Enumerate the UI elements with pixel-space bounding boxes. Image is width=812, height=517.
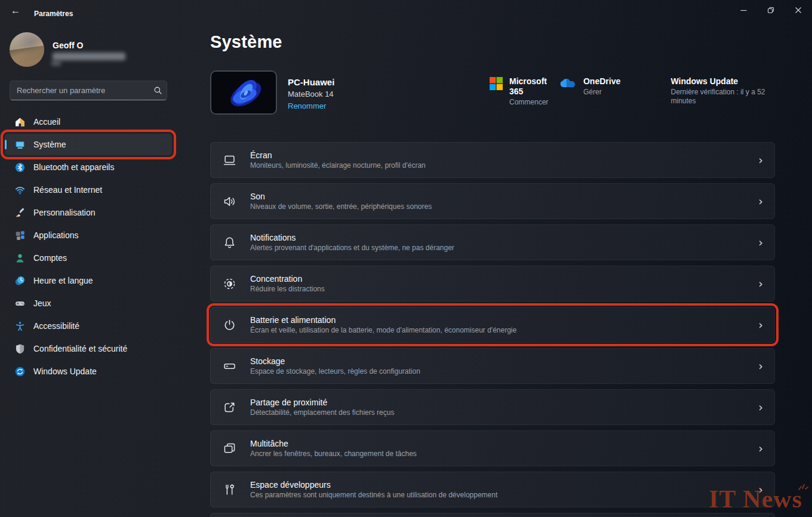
- home-icon: [14, 116, 25, 127]
- back-arrow-icon: ←: [11, 5, 20, 16]
- settings-row-partial[interactable]: [210, 513, 775, 517]
- sidebar-item[interactable]: Réseau et Internet: [5, 179, 172, 201]
- settings-row-subtitle: Niveaux de volume, sortie, entrée, périp…: [250, 202, 747, 211]
- bluetooth-icon: [14, 162, 25, 173]
- time-language-icon: [14, 275, 25, 286]
- sidebar-item[interactable]: Personnalisation: [5, 202, 172, 223]
- sidebar-item[interactable]: Jeux: [5, 293, 172, 314]
- settings-row-title: Écran: [250, 150, 747, 161]
- settings-row[interactable]: Son Niveaux de volume, sortie, entrée, p…: [210, 183, 775, 219]
- sidebar-item[interactable]: Accessibilité: [5, 315, 172, 337]
- quick-links: Microsoft 365 Commencer OneDrive Gérer W…: [490, 76, 775, 107]
- power-icon: [222, 317, 237, 333]
- window-controls: [730, 0, 812, 20]
- settings-row-title: Concentration: [250, 273, 747, 284]
- partial-next-row: [210, 513, 775, 517]
- close-icon: [795, 7, 802, 14]
- settings-row-title: Stockage: [250, 356, 747, 367]
- main-content: Système PC-Huawei MateBook 14 Renommer M…: [210, 21, 775, 517]
- sidebar-item-label: Réseau et Internet: [33, 185, 102, 195]
- sidebar-item[interactable]: Windows Update: [5, 361, 172, 382]
- sidebar-item-label: Heure et langue: [33, 276, 93, 285]
- chevron-right-icon: ›: [747, 153, 774, 167]
- sidebar-item[interactable]: Accueil: [5, 111, 172, 133]
- onedrive-icon: [559, 77, 577, 91]
- avatar[interactable]: [10, 32, 44, 67]
- quick-link-subtitle: Dernière vérification : il y a 52 minute…: [670, 88, 775, 106]
- focus-icon: [222, 276, 237, 291]
- multitasking-icon: [222, 441, 237, 456]
- windows-update-icon: [14, 366, 25, 377]
- settings-row[interactable]: Multitâche Ancrer les fenêtres, bureaux,…: [210, 430, 775, 466]
- settings-row-title: Notifications: [250, 232, 747, 243]
- sidebar-item[interactable]: Confidentialité et sécurité: [5, 338, 172, 359]
- sidebar-item-label: Confidentialité et sécurité: [33, 344, 127, 353]
- search-icon[interactable]: [149, 86, 167, 95]
- sidebar-item[interactable]: Heure et langue: [5, 270, 172, 291]
- user-email-redacted-fragment: [51, 61, 61, 66]
- device-model: MateBook 14: [288, 90, 334, 99]
- notifications-icon: [222, 235, 237, 250]
- settings-row-subtitle: Détectabilité, emplacement des fichiers …: [250, 408, 747, 417]
- back-button[interactable]: ←: [6, 2, 25, 19]
- chevron-right-icon: ›: [747, 277, 774, 290]
- quick-link-title: Microsoft 365: [509, 76, 559, 97]
- app-title: Paramètres: [34, 10, 73, 18]
- personalization-icon: [14, 207, 25, 218]
- network-icon: [14, 184, 25, 195]
- close-button[interactable]: [785, 0, 812, 20]
- settings-row-subtitle: Ces paramètres sont uniquement destinés …: [250, 491, 747, 500]
- settings-row[interactable]: Stockage Espace de stockage, lecteurs, r…: [210, 348, 775, 384]
- sidebar-item[interactable]: Bluetooth et appareils: [5, 156, 172, 178]
- quick-link[interactable]: OneDrive Gérer: [559, 76, 665, 107]
- gaming-icon: [14, 298, 25, 309]
- titlebar: ← Paramètres: [0, 0, 812, 21]
- settings-row-subtitle: Espace de stockage, lecteurs, règles de …: [250, 367, 747, 376]
- sparkle-icon: [796, 480, 810, 493]
- rename-link[interactable]: Renommer: [288, 101, 326, 110]
- settings-row[interactable]: Concentration Réduire les distractions ›: [210, 266, 775, 301]
- settings-row[interactable]: Partage de proximité Détectabilité, empl…: [210, 389, 775, 425]
- apps-icon: [14, 230, 25, 241]
- privacy-icon: [14, 343, 25, 354]
- quick-link[interactable]: Microsoft 365 Commencer: [490, 76, 559, 107]
- sidebar-item[interactable]: Applications: [5, 224, 172, 246]
- settings-row[interactable]: Batterie et alimentation Écran et veille…: [210, 307, 775, 343]
- sidebar-item-label: Bluetooth et appareils: [33, 162, 114, 172]
- settings-row-title: Multitâche: [250, 438, 747, 449]
- display-icon: [222, 152, 237, 168]
- quick-link-title: Windows Update: [670, 76, 775, 87]
- settings-row[interactable]: Espace développeurs Ces paramètres sont …: [210, 472, 775, 507]
- quick-link-title: OneDrive: [583, 76, 620, 87]
- settings-row-subtitle: Ancrer les fenêtres, bureaux, changement…: [250, 450, 747, 458]
- sidebar-nav: Accueil Système Bluetooth et appareils R…: [5, 111, 172, 383]
- sidebar-item-label: Accueil: [33, 117, 60, 127]
- settings-row-subtitle: Moniteurs, luminosité, éclairage nocturn…: [250, 161, 747, 170]
- settings-row[interactable]: Écran Moniteurs, luminosité, éclairage n…: [210, 142, 775, 178]
- settings-row[interactable]: Notifications Alertes provenant d'applic…: [210, 224, 775, 260]
- sidebar-item-label: Personnalisation: [33, 208, 96, 217]
- device-name: PC-Huawei: [288, 77, 334, 87]
- sidebar-item-label: Jeux: [33, 298, 51, 308]
- nearby-share-icon: [222, 399, 237, 415]
- sidebar-item-label: Comptes: [33, 253, 67, 263]
- settings-row-subtitle: Alertes provenant d'applications et du s…: [250, 244, 747, 253]
- storage-icon: [222, 358, 237, 374]
- user-name: Geoff O: [53, 41, 83, 50]
- sidebar-item[interactable]: Comptes: [5, 247, 172, 269]
- restore-button[interactable]: [757, 0, 785, 20]
- dev-home-icon: [222, 482, 237, 497]
- watermark: IT News: [709, 485, 802, 513]
- restore-icon: [767, 7, 774, 14]
- chevron-right-icon: ›: [747, 236, 774, 249]
- chevron-right-icon: ›: [747, 318, 774, 331]
- minimize-button[interactable]: [730, 0, 757, 20]
- sidebar-item[interactable]: Système: [5, 134, 172, 155]
- sidebar-item-label: Applications: [33, 230, 79, 240]
- accessibility-icon: [14, 321, 25, 331]
- quick-link[interactable]: Windows Update Dernière vérification : i…: [664, 76, 775, 107]
- search-input[interactable]: [10, 86, 149, 95]
- minimize-icon: [740, 7, 747, 14]
- sidebar-item-label: Accessibilité: [33, 321, 79, 331]
- quick-link-subtitle: Commencer: [509, 98, 559, 107]
